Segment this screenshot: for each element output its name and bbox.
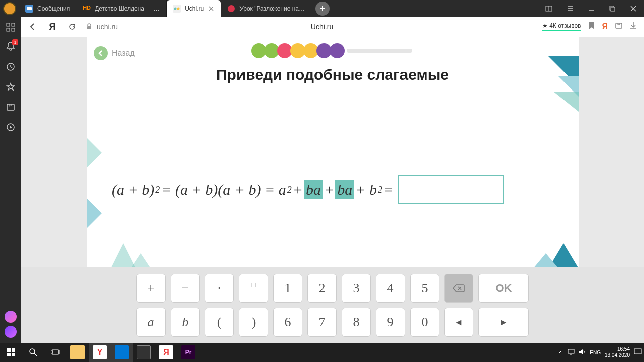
key-7[interactable]: 7 [307, 308, 337, 337]
minimize-button[interactable] [581, 0, 602, 17]
svg-rect-37 [634, 349, 641, 354]
svg-point-5 [228, 5, 235, 12]
key-8[interactable]: 8 [342, 308, 371, 337]
close-window-button[interactable] [623, 0, 644, 17]
tray-clock[interactable]: 16:54 13.04.2020 [605, 346, 630, 358]
tableau-button[interactable] [0, 17, 21, 37]
browser-sidebar: 1 [0, 37, 21, 343]
start-button[interactable] [0, 343, 22, 362]
highlighted-term: ba [304, 180, 323, 199]
taskbar: Y Я Pr ENG 16:54 13.04.2020 [0, 343, 644, 362]
tab-lesson[interactable]: Урок "Разложение на мн [221, 0, 311, 17]
lesson-back-button[interactable]: Назад [94, 46, 135, 60]
key-power[interactable]: □ [239, 274, 268, 303]
taskbar-app-yandex2[interactable]: Я [155, 343, 177, 362]
close-tab-icon[interactable] [208, 5, 215, 12]
svg-rect-12 [7, 23, 10, 26]
taskview-button[interactable] [44, 343, 66, 362]
tab-uchi[interactable]: Uchi.ru [167, 0, 221, 17]
taskbar-app-explorer[interactable] [66, 343, 89, 362]
taskbar-app-edge[interactable] [111, 343, 133, 362]
svg-marker-21 [553, 92, 579, 112]
history-icon[interactable] [6, 62, 15, 73]
key-plus[interactable]: + [136, 274, 166, 303]
hd-icon: HD [83, 5, 91, 13]
play-icon[interactable] [6, 123, 15, 134]
key-ok[interactable]: OK [478, 274, 529, 303]
taskbar-app-premiere[interactable]: Pr [177, 343, 199, 362]
decoration-icon [533, 238, 579, 268]
svg-rect-15 [12, 28, 15, 31]
svg-marker-24 [111, 243, 136, 268]
uchi-icon [173, 5, 181, 13]
chevron-left-icon [94, 46, 108, 60]
key-6[interactable]: 6 [273, 308, 302, 337]
key-b[interactable]: b [171, 308, 200, 337]
svg-rect-2 [173, 5, 181, 13]
tab-messages[interactable]: Сообщения [19, 0, 76, 17]
bookmark-icon[interactable] [588, 22, 595, 32]
alisa-icon-2[interactable] [5, 326, 17, 338]
key-backspace[interactable] [444, 274, 473, 303]
browser-tabs: Сообщения HD Детство Шелдона — смот Uchi… [19, 0, 538, 17]
key-5[interactable]: 5 [410, 274, 439, 303]
taskbar-app-yandex[interactable]: Y [89, 343, 111, 362]
yandex-ext-icon[interactable]: Я [602, 22, 608, 31]
site-icon [227, 5, 235, 13]
maximize-button[interactable] [602, 0, 623, 17]
key-dot[interactable]: · [205, 274, 234, 303]
collections-icon[interactable] [615, 22, 623, 32]
svg-point-3 [174, 7, 177, 10]
notifications-icon[interactable]: 1 [6, 41, 15, 53]
collections-side-icon[interactable] [6, 103, 15, 114]
answer-input[interactable] [398, 175, 504, 204]
equation: (a + b)2 = (a + b)(a + b) = a2 + ba + ba… [112, 175, 558, 204]
key-1[interactable]: 1 [273, 274, 302, 303]
search-button[interactable] [22, 343, 44, 362]
key-rparen[interactable]: ) [239, 308, 268, 337]
url-field[interactable]: uchi.ru [86, 23, 118, 31]
key-4[interactable]: 4 [376, 274, 405, 303]
page-heading: Uchi.ru [311, 23, 333, 31]
backspace-icon [453, 284, 465, 293]
tab-sheldon[interactable]: HD Детство Шелдона — смот [76, 0, 167, 17]
tray-chevron-icon[interactable] [558, 349, 564, 355]
window-controls [538, 0, 644, 17]
key-0[interactable]: 0 [410, 308, 439, 337]
key-2[interactable]: 2 [307, 274, 337, 303]
svg-rect-34 [51, 351, 52, 353]
svg-rect-33 [52, 350, 58, 354]
back-nav-button[interactable] [25, 20, 39, 34]
tray-notifications-icon[interactable] [634, 348, 642, 356]
key-lparen[interactable]: ( [205, 308, 234, 337]
key-minus[interactable]: − [171, 274, 200, 303]
new-tab-button[interactable] [315, 2, 330, 16]
app-icon [0, 0, 19, 17]
svg-point-32 [30, 349, 35, 354]
tray-language[interactable]: ENG [590, 350, 601, 355]
taskbar-app-store[interactable] [133, 343, 155, 362]
reload-button[interactable] [65, 20, 79, 34]
svg-rect-35 [58, 351, 60, 353]
plus-icon [319, 5, 326, 12]
svg-rect-1 [27, 7, 32, 10]
svg-rect-10 [87, 26, 91, 29]
titlebar: Сообщения HD Детство Шелдона — смот Uchi… [0, 0, 644, 17]
key-left[interactable]: ◄ [444, 308, 473, 337]
tray-volume-icon[interactable] [579, 349, 586, 356]
lock-icon [86, 23, 93, 30]
key-a[interactable]: a [136, 308, 166, 337]
yandex-button[interactable]: Я [45, 20, 59, 34]
download-icon[interactable] [630, 22, 637, 32]
key-3[interactable]: 3 [342, 274, 371, 303]
key-right[interactable]: ► [478, 308, 529, 337]
svg-rect-13 [12, 23, 15, 26]
bookmarks-icon[interactable] [6, 82, 15, 94]
alisa-icon-1[interactable] [5, 311, 17, 323]
panel-button[interactable] [538, 0, 559, 17]
key-9[interactable]: 9 [376, 308, 405, 337]
tray-network-icon[interactable] [568, 349, 575, 356]
menu-button[interactable] [559, 0, 581, 17]
rating-link[interactable]: ★ 4К отзывов [542, 22, 581, 31]
page-content: Назад Приведи подобные слагаемые (a + b)… [21, 37, 644, 343]
